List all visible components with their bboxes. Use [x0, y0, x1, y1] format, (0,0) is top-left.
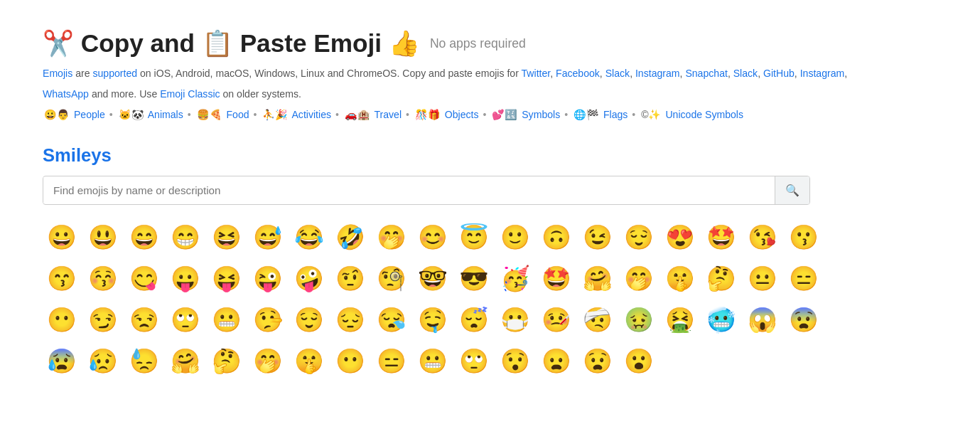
emoji-grimacing[interactable]: 😬 [208, 300, 246, 339]
emoji-roll-eyes-2[interactable]: 🙄 [455, 341, 493, 380]
snapchat-link[interactable]: Snapchat [685, 68, 728, 79]
emoji-no-mouth[interactable]: 😶 [43, 300, 81, 339]
emoji-shushing-2[interactable]: 🤫 [290, 341, 328, 380]
nav-symbols-link[interactable]: Symbols [522, 109, 560, 120]
emojis-link[interactable]: Emojis [43, 68, 72, 79]
emoji-face-thermometer[interactable]: 🤒 [537, 300, 576, 339]
github-link[interactable]: GitHub [763, 68, 795, 79]
emoji-anguished[interactable]: 😧 [578, 341, 617, 380]
emoji-slight-smile[interactable]: 🙂 [496, 218, 534, 256]
emoji-star-struck[interactable]: 🤩 [702, 218, 741, 256]
emoji-mask[interactable]: 😷 [496, 300, 534, 339]
emoji-wink[interactable]: 😉 [578, 218, 617, 256]
nav-divider-8: • [632, 109, 635, 120]
emoji-big-smile[interactable]: 😄 [125, 218, 163, 256]
category-nav: 😀👨 People • 🐱🐼 Animals • 🍔🍕 Food • ⛹️🎉 A… [43, 106, 937, 124]
emoji-sleepy[interactable]: 😪 [372, 300, 411, 339]
nav-divider-7: • [564, 109, 568, 120]
emoji-kissing-smiling[interactable]: 😙 [43, 259, 81, 297]
emoji-relieved-2[interactable]: 😌 [290, 300, 328, 339]
emoji-hugging-2[interactable]: 🤗 [166, 341, 205, 380]
emoji-sneezing[interactable]: 🤮 [661, 300, 699, 339]
emoji-monocle[interactable]: 🧐 [372, 259, 411, 297]
emoji-cold[interactable]: 🥶 [702, 300, 741, 339]
nav-activities-link[interactable]: Activities [291, 109, 331, 120]
emoji-star-struck-2[interactable]: 🤩 [537, 259, 576, 297]
instagram-link-2[interactable]: Instagram [800, 68, 845, 79]
nav-travel-link[interactable]: Travel [374, 109, 402, 120]
emoji-rofl[interactable]: 🤣 [331, 218, 370, 256]
emoji-beam[interactable]: 😁 [166, 218, 205, 256]
emoji-drooling[interactable]: 🤤 [414, 300, 452, 339]
emoji-squinting-tongue[interactable]: 😝 [208, 259, 246, 297]
emoji-scream[interactable]: 😱 [743, 300, 782, 339]
emoji-nauseated[interactable]: 🤢 [620, 300, 658, 339]
emoji-smirk[interactable]: 😏 [84, 300, 122, 339]
emoji-raised-eyebrow[interactable]: 🤨 [331, 259, 370, 297]
emoji-kissing-heart[interactable]: 😘 [743, 218, 782, 256]
emoji-frowning[interactable]: 😦 [537, 341, 576, 380]
emoji-stuck-out-tongue[interactable]: 😛 [166, 259, 205, 297]
facebook-link[interactable]: Facebook [556, 68, 600, 79]
emoji-roll-eyes[interactable]: 🙄 [166, 300, 205, 339]
emoji-kissing[interactable]: 😗 [785, 218, 823, 256]
slack-link-1[interactable]: Slack [605, 68, 630, 79]
nav-animals-link[interactable]: Animals [148, 109, 183, 120]
emoji-expressionless[interactable]: 😑 [785, 259, 823, 297]
emoji-anxious[interactable]: 😰 [43, 341, 81, 380]
whatsapp-link[interactable]: WhatsApp [43, 88, 89, 100]
emoji-heart-eyes[interactable]: 😍 [661, 218, 699, 256]
emoji-blush[interactable]: 😊 [414, 218, 452, 256]
emoji-hand-mouth[interactable]: 🤭 [620, 259, 658, 297]
emoji-innocent[interactable]: 😇 [455, 218, 493, 256]
emoji-zany[interactable]: 🤪 [290, 259, 328, 297]
nav-people-link[interactable]: People [74, 109, 105, 120]
emoji-grin[interactable]: 😃 [84, 218, 122, 256]
emoji-open-mouth[interactable]: 😮 [620, 341, 658, 380]
emoji-sad-relieved[interactable]: 😥 [84, 341, 122, 380]
emoji-fearful[interactable]: 😨 [785, 300, 823, 339]
emoji-expressionless-2[interactable]: 😑 [372, 341, 411, 380]
emoji-sweat-smile[interactable]: 😅 [249, 218, 287, 256]
nav-food-link[interactable]: Food [226, 109, 249, 120]
emoji-yum[interactable]: 😋 [125, 259, 163, 297]
emoji-partying[interactable]: 🥳 [496, 259, 534, 297]
emoji-relieved[interactable]: 😌 [620, 218, 658, 256]
emoji-joy[interactable]: 😂 [290, 218, 328, 256]
emoji-neutral[interactable]: 😐 [743, 259, 782, 297]
emoji-sunglasses[interactable]: 😎 [455, 259, 493, 297]
emoji-laughing[interactable]: 😆 [208, 218, 246, 256]
search-input[interactable] [43, 177, 775, 203]
nav-unicode-emoji: ©️✨ [641, 109, 661, 120]
nav-objects-link[interactable]: Objects [445, 109, 479, 120]
emoji-kissing-closed[interactable]: 😚 [84, 259, 122, 297]
twitter-link[interactable]: Twitter [522, 68, 551, 79]
emoji-grimacing-2[interactable]: 😬 [414, 341, 452, 380]
emoji-thinking[interactable]: 🤔 [702, 259, 741, 297]
emoji-hugging[interactable]: 🤗 [578, 259, 617, 297]
emoji-winking-tongue[interactable]: 😜 [249, 259, 287, 297]
emoji-thinking-2[interactable]: 🤔 [208, 341, 246, 380]
emoji-downcast-sweat[interactable]: 😓 [125, 341, 163, 380]
emoji-upside-down[interactable]: 🙃 [537, 218, 576, 256]
search-button[interactable]: 🔍 [775, 176, 809, 204]
emoji-no-mouth-2[interactable]: 😶 [331, 341, 370, 380]
emoji-pensive[interactable]: 😔 [331, 300, 370, 339]
emoji-unamused[interactable]: 😒 [125, 300, 163, 339]
emoji-sleeping[interactable]: 😴 [455, 300, 493, 339]
emoji-hand-mouth-2[interactable]: 🤭 [249, 341, 287, 380]
emoji-face-bandage[interactable]: 🤕 [578, 300, 617, 339]
no-apps-label: No apps required [430, 36, 526, 51]
supported-link[interactable]: supported [92, 68, 137, 79]
emoji-shushing[interactable]: 🤫 [661, 259, 699, 297]
nav-flags-link[interactable]: Flags [603, 109, 628, 120]
emoji-classic-link[interactable]: Emoji Classic [160, 88, 220, 100]
emoji-nerd[interactable]: 🤓 [414, 259, 452, 297]
instagram-link-1[interactable]: Instagram [635, 68, 680, 79]
emoji-hushed[interactable]: 😯 [496, 341, 534, 380]
nav-unicode-link[interactable]: Unicode Symbols [665, 109, 743, 120]
slack-link-2[interactable]: Slack [733, 68, 758, 79]
emoji-lying[interactable]: 🤥 [249, 300, 287, 339]
emoji-grinning[interactable]: 😀 [43, 218, 81, 256]
emoji-tilted-smile[interactable]: 🤭 [372, 218, 411, 256]
